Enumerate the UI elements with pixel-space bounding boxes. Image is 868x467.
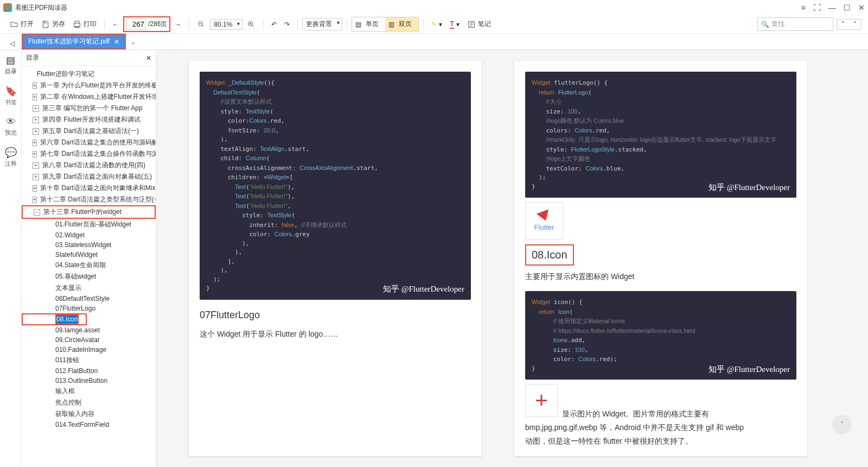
tree-item[interactable]: 04.State生命周期: [22, 260, 156, 271]
print-button[interactable]: 打印: [69, 17, 100, 31]
content-area[interactable]: Widget _DefaultStyle(){ DefaultTextStyle…: [156, 50, 868, 467]
minimize-icon[interactable]: —: [828, 3, 836, 12]
tree-item[interactable]: 010.FadeInImage: [22, 345, 156, 355]
tree-chapter[interactable]: +第二章 在Windows上搭建Flutter开发环境: [22, 91, 156, 103]
note-button[interactable]: 笔记: [464, 17, 494, 31]
code-block-defaultstyle: Widget _DefaultStyle(){ DefaultTextStyle…: [200, 72, 471, 300]
sidebar-bookmark[interactable]: 🔖书签: [5, 85, 17, 106]
tree-item[interactable]: 06DefaultTextStyle: [22, 294, 156, 304]
tree-item[interactable]: 获取输入内容: [22, 408, 156, 420]
text-color-button[interactable]: T▾: [446, 18, 462, 31]
para-08-2: 显示图片的 Widget。图片常用的格式主要有: [562, 407, 709, 421]
code-block-flutterlogo: Widget flutterLogo() { return FlutterLog…: [525, 72, 796, 198]
search-next[interactable]: ˅: [849, 20, 861, 29]
search-input[interactable]: 🔍查找: [757, 17, 833, 31]
background-select[interactable]: 更换背景: [302, 18, 342, 30]
watermark: 知乎 @FlutterDeveloper: [709, 181, 790, 194]
watermark: 知乎 @FlutterDeveloper: [709, 363, 790, 376]
fullscreen-icon[interactable]: ⛶: [813, 3, 821, 12]
title-bar: 看图王PDF阅读器 ≡ ⛶ — ☐ ✕: [0, 0, 868, 15]
heading-08: 08.Icon: [525, 244, 574, 266]
tree-item[interactable]: 01.Flutter页面-基础Widget: [22, 219, 156, 230]
page-input[interactable]: [126, 18, 146, 30]
tree-chapter[interactable]: +第七章 Dart语法篇之集合操作符函数与源码: [22, 148, 156, 160]
window-controls: ≡ ⛶ — ☐ ✕: [801, 3, 865, 12]
menu-icon[interactable]: ≡: [801, 3, 806, 12]
app-icon: [3, 3, 12, 12]
tree-root[interactable]: Flutter进阶学习笔记: [22, 68, 156, 80]
tree-chapter[interactable]: +第九章 Dart语法篇之面向对象基础(五): [22, 171, 156, 182]
double-page-button[interactable]: ▥双页: [385, 17, 418, 31]
tree-item[interactable]: 输入框: [22, 386, 156, 397]
tree-chapter[interactable]: +第四章 Flutter开发环境搭建和调试: [22, 114, 156, 125]
tab-filename: Flutter技术进阶学习笔记.pdf: [28, 37, 110, 46]
tree-ch13[interactable]: −第十三章 Flutter中的widget: [22, 205, 156, 219]
tree-item[interactable]: 焦点控制: [22, 397, 156, 408]
save-as-button[interactable]: 另存: [38, 17, 68, 31]
tree-chapter[interactable]: +第三章 编写您的第一个 Flutter App: [22, 103, 156, 114]
tree-item[interactable]: 07FlutterLogo: [22, 304, 156, 313]
rotate-right-button[interactable]: ↷: [281, 18, 293, 30]
tree-chapter[interactable]: +第八章 Dart语法篇之函数的使用(四): [22, 160, 156, 171]
sidebar-icons: ▤目录 🔖书签 👁预览 💬注释: [0, 50, 22, 467]
page-total: /286页: [148, 20, 167, 29]
outline-header: 目录 ✕: [22, 50, 156, 66]
tab-close-icon[interactable]: ✕: [114, 38, 119, 46]
plus-icon-preview: +: [525, 384, 558, 416]
search-nav: ˄ ˅: [837, 19, 861, 30]
tree-item[interactable]: 09.Iamge.asset: [22, 325, 156, 335]
outline-close-icon[interactable]: ✕: [146, 54, 151, 62]
search-prev[interactable]: ˄: [837, 20, 849, 29]
tree-item[interactable]: 02.Widget: [22, 230, 156, 240]
code-block-icon: Widget icon() { return Icon( // 使用预定义Mat…: [525, 291, 796, 380]
para-08-4: 动图，但是这一特性在 flutter 中被很好的支持了。: [525, 434, 796, 448]
tree-chapter[interactable]: +第五章 Dart语法篇之基础语法(一): [22, 125, 156, 137]
tree-item[interactable]: 05.基础widget: [22, 271, 156, 282]
app-title: 看图王PDF阅读器: [15, 3, 801, 12]
page-right: Widget flutterLogo() { return FlutterLog…: [514, 61, 807, 456]
tree-item[interactable]: 03.StatelessWidget: [22, 240, 156, 250]
prev-page-button[interactable]: ←: [109, 18, 122, 30]
watermark: 知乎 @FlutterDeveloper: [383, 283, 464, 295]
scroll-top-button[interactable]: ˄: [832, 415, 852, 434]
rotate-left-button[interactable]: ↶: [268, 18, 280, 30]
open-button[interactable]: 打开: [7, 17, 37, 31]
tree-item[interactable]: StatefulWidget: [22, 250, 156, 260]
tab-back-button[interactable]: ◁: [5, 37, 19, 49]
tree-item[interactable]: 011按钮: [22, 355, 156, 366]
tree-item[interactable]: 文本显示: [22, 282, 156, 294]
zoom-in-button[interactable]: [244, 18, 259, 31]
sidebar-preview[interactable]: 👁预览: [5, 116, 17, 137]
tree-chapter[interactable]: +第一章 为什么Flutter是跨平台开发的终极之选: [22, 80, 156, 91]
outline-panel: 目录 ✕ Flutter进阶学习笔记 +第一章 为什么Flutter是跨平台开发…: [22, 50, 156, 467]
page-indicator: /286页: [123, 16, 170, 32]
zoom-out-button[interactable]: [194, 18, 209, 31]
tree-chapter[interactable]: +第十二章 Dart语法篇之类型系统与泛型(七): [22, 194, 156, 205]
page-left: Widget _DefaultStyle(){ DefaultTextStyle…: [189, 61, 482, 456]
main: ▤目录 🔖书签 👁预览 💬注释 目录 ✕ Flutter进阶学习笔记 +第一章 …: [0, 50, 868, 467]
tree-chapter[interactable]: +第六章 Dart语法篇之集合的使用与源码解析(: [22, 137, 156, 148]
tree-item[interactable]: 013.OutlineButton: [22, 376, 156, 386]
zoom-select[interactable]: 80.1%: [210, 19, 242, 30]
sidebar-outline[interactable]: ▤目录: [5, 54, 17, 75]
highlight-button[interactable]: ✎▾: [428, 18, 445, 30]
tree-item[interactable]: 014.TextFormField: [22, 420, 156, 430]
tree-item[interactable]: 012.FlatButton: [22, 366, 156, 376]
close-icon[interactable]: ✕: [858, 3, 865, 12]
add-tab-button[interactable]: +: [126, 37, 141, 49]
sidebar-annotate[interactable]: 💬注释: [5, 147, 17, 168]
toolbar: 打开 另存 打印 ← /286页 → 80.1% ↶ ↷ 更换背景 ▤单页 ▥双…: [0, 15, 868, 34]
flutter-logo-icon: Flutter: [525, 202, 563, 240]
para-08-1: 主要用于显示内置图标的 Widget: [525, 270, 796, 283]
heading-07: 07FlutterLogo: [200, 310, 471, 321]
maximize-icon[interactable]: ☐: [844, 3, 851, 12]
tree-item[interactable]: 09.CircleAvatar: [22, 335, 156, 345]
tree-item[interactable]: 08.Icon: [22, 313, 87, 325]
para-08-3: bmp,jpg,png,gif,webp 等，Android 中并不是天生支持 …: [525, 421, 796, 434]
single-page-button[interactable]: ▤单页: [352, 17, 385, 31]
file-tab[interactable]: Flutter技术进阶学习笔记.pdf ✕: [22, 34, 126, 49]
outline-tree[interactable]: Flutter进阶学习笔记 +第一章 为什么Flutter是跨平台开发的终极之选…: [22, 66, 156, 467]
tree-chapter[interactable]: +第十章 Dart语法篇之面向对象继承和Mixins: [22, 182, 156, 194]
view-toggle: ▤单页 ▥双页: [352, 17, 419, 31]
next-page-button[interactable]: →: [171, 18, 184, 30]
